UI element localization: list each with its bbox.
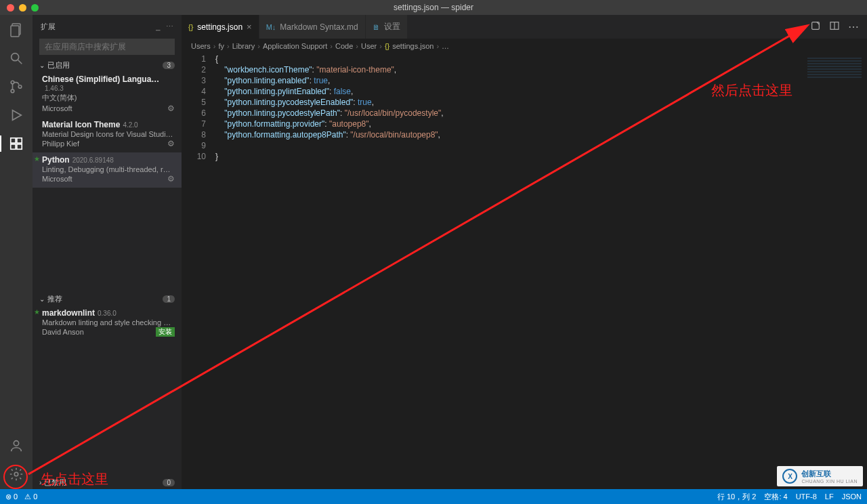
minimap[interactable] bbox=[799, 54, 867, 162]
code-line[interactable]: "python.linting.enabled": true, bbox=[215, 75, 792, 86]
breadcrumb-item[interactable]: Users bbox=[191, 42, 211, 50]
code-line[interactable]: { bbox=[215, 54, 792, 64]
close-window-button[interactable] bbox=[7, 4, 14, 12]
status-eol[interactable]: LF bbox=[825, 492, 834, 501]
tab-label: Markdown Syntax.md bbox=[280, 22, 358, 32]
extension-publisher: Philipp Kief bbox=[42, 140, 79, 148]
editor-tab[interactable]: M↓Markdown Syntax.md bbox=[259, 15, 366, 39]
breadcrumb-item[interactable]: settings.json bbox=[392, 42, 434, 50]
file-icon: {} bbox=[188, 23, 193, 31]
window-title: settings.json — spider bbox=[394, 3, 473, 12]
enabled-count-badge: 3 bbox=[163, 62, 175, 69]
sidebar-title: 扩展 bbox=[41, 22, 56, 32]
disabled-section-header[interactable]: › 已禁用 0 bbox=[33, 476, 182, 489]
close-tab-icon[interactable]: × bbox=[247, 22, 252, 32]
filter-icon[interactable]: ⎯ bbox=[156, 22, 161, 31]
recommended-count-badge: 1 bbox=[163, 295, 175, 303]
disabled-count-badge: 0 bbox=[163, 479, 175, 486]
breadcrumb-item[interactable]: … bbox=[442, 42, 449, 50]
watermark: X 创新互联CHUANG XIN HU LIAN bbox=[777, 466, 863, 486]
code-editor[interactable]: 12345678910 { "workbench.iconTheme": "ma… bbox=[182, 54, 867, 162]
settings-gear-icon[interactable] bbox=[8, 466, 24, 482]
minimize-window-button[interactable] bbox=[19, 4, 26, 12]
breadcrumb-item[interactable]: User bbox=[361, 42, 377, 50]
extension-desc: Markdown linting and style checking … bbox=[42, 318, 175, 327]
file-icon: 🗎 bbox=[373, 23, 380, 31]
breadcrumb-item[interactable]: Application Support bbox=[263, 42, 327, 50]
extension-item[interactable]: ★markdownlint0.36.0Markdown linting and … bbox=[33, 306, 182, 341]
account-icon[interactable] bbox=[8, 438, 24, 454]
explorer-icon[interactable] bbox=[8, 22, 24, 38]
breadcrumb-item[interactable]: fy bbox=[218, 42, 224, 50]
tab-label: 设置 bbox=[384, 21, 400, 33]
open-settings-json-icon[interactable] bbox=[810, 20, 821, 34]
code-line[interactable]: } bbox=[215, 151, 792, 162]
breadcrumb[interactable]: Users›fy›Library›Application Support›Cod… bbox=[182, 39, 867, 54]
search-icon[interactable] bbox=[8, 50, 24, 66]
chevron-right-icon: › bbox=[257, 42, 260, 50]
extension-version: 4.2.0 bbox=[123, 121, 138, 129]
gear-icon[interactable]: ⚙ bbox=[167, 104, 175, 113]
code-line[interactable]: "python.formatting.autopep8Path": "/usr/… bbox=[215, 129, 792, 140]
extensions-search-input[interactable] bbox=[39, 39, 175, 55]
chevron-right-icon: › bbox=[330, 42, 333, 50]
split-editor-icon[interactable] bbox=[829, 20, 840, 34]
chevron-right-icon: › bbox=[39, 479, 41, 486]
extensions-sidebar: 扩展 ⎯ ⋯ ⌄ 已启用 3 Chinese (Simplified) Lang… bbox=[33, 15, 182, 489]
code-line[interactable]: "python.formatting.provider": "autopep8"… bbox=[215, 119, 792, 129]
maximize-window-button[interactable] bbox=[31, 4, 39, 12]
chevron-right-icon: › bbox=[227, 42, 230, 50]
star-icon: ★ bbox=[34, 155, 40, 163]
svg-rect-9 bbox=[11, 144, 16, 149]
editor-tab[interactable]: {}settings.json× bbox=[182, 15, 259, 39]
extension-item[interactable]: ★Python2020.6.89148Linting, Debugging (m… bbox=[33, 152, 182, 188]
status-warnings[interactable]: ⚠ 0 bbox=[24, 492, 37, 501]
editor-tab[interactable]: 🗎设置 bbox=[366, 15, 408, 39]
extension-item[interactable]: Material Icon Theme4.2.0Material Design … bbox=[33, 117, 182, 152]
gear-icon[interactable]: ⚙ bbox=[167, 174, 175, 184]
status-errors[interactable]: ⊗ 0 bbox=[5, 492, 18, 501]
status-line-col[interactable]: 行 10，列 2 bbox=[717, 492, 756, 502]
extension-item[interactable]: Chinese (Simplified) Langua…1.46.3中文(简体)… bbox=[33, 72, 182, 117]
svg-point-6 bbox=[18, 85, 22, 89]
svg-point-2 bbox=[12, 54, 19, 61]
svg-point-12 bbox=[14, 441, 18, 446]
code-line[interactable]: "python.linting.pylintEnabled": false, bbox=[215, 86, 792, 97]
extension-publisher: Microsoft bbox=[42, 175, 72, 183]
breadcrumb-item[interactable]: Code bbox=[335, 42, 353, 50]
status-indent[interactable]: 空格: 4 bbox=[764, 492, 787, 502]
more-icon[interactable]: ⋯ bbox=[166, 22, 173, 31]
debug-icon[interactable] bbox=[8, 107, 24, 123]
source-control-icon[interactable] bbox=[8, 79, 24, 95]
code-line[interactable] bbox=[215, 140, 792, 151]
extension-desc: 中文(简体) bbox=[42, 93, 175, 103]
extension-name: markdownlint bbox=[42, 308, 95, 318]
svg-rect-8 bbox=[11, 138, 16, 143]
enabled-section-header[interactable]: ⌄ 已启用 3 bbox=[33, 59, 182, 72]
code-line[interactable]: "python.linting.pycodestylePath": "/usr/… bbox=[215, 108, 792, 119]
svg-line-3 bbox=[18, 60, 22, 64]
code-line[interactable]: "workbench.iconTheme": "material-icon-th… bbox=[215, 64, 792, 75]
star-icon: ★ bbox=[34, 308, 40, 316]
more-actions-icon[interactable]: ⋯ bbox=[848, 20, 859, 33]
tab-label: settings.json bbox=[197, 22, 242, 32]
svg-marker-7 bbox=[13, 110, 22, 121]
svg-point-4 bbox=[11, 81, 14, 84]
status-language[interactable]: JSON bbox=[842, 492, 862, 501]
install-button[interactable]: 安装 bbox=[156, 327, 175, 337]
sidebar-header: 扩展 ⎯ ⋯ bbox=[33, 15, 182, 39]
chevron-right-icon: › bbox=[436, 42, 439, 50]
gear-icon[interactable]: ⚙ bbox=[167, 139, 175, 148]
code-line[interactable]: "python.linting.pycodestyleEnabled": tru… bbox=[215, 97, 792, 108]
json-icon: {} bbox=[385, 42, 389, 50]
breadcrumb-item[interactable]: Library bbox=[232, 42, 255, 50]
chevron-right-icon: › bbox=[356, 42, 358, 50]
extension-publisher: Microsoft bbox=[42, 104, 72, 112]
extension-publisher: David Anson bbox=[42, 328, 84, 336]
recommended-section-header[interactable]: ⌄ 推荐 1 bbox=[33, 293, 182, 306]
status-encoding[interactable]: UTF-8 bbox=[796, 492, 817, 501]
extension-version: 1.46.3 bbox=[45, 85, 64, 92]
extensions-icon[interactable] bbox=[8, 135, 24, 152]
editor-area: {}settings.json×M↓Markdown Syntax.md🗎设置 … bbox=[182, 15, 867, 489]
extension-desc: Material Design Icons for Visual Studi… bbox=[42, 130, 175, 138]
